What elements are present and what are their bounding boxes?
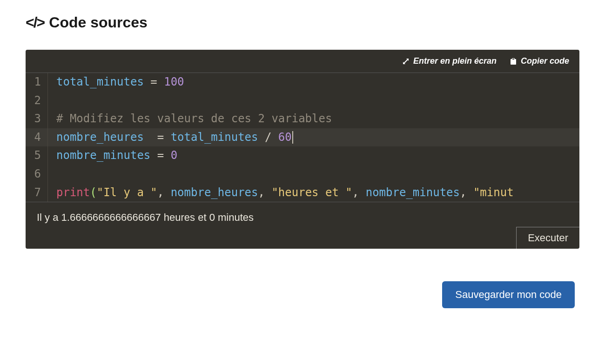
code-content[interactable]: total_minutes = 100 <box>48 73 579 92</box>
line-number: 1 <box>26 73 48 92</box>
fullscreen-button[interactable]: Entrer en plein écran <box>402 56 497 66</box>
save-button[interactable]: Sauvegarder mon code <box>442 281 575 308</box>
page-header: </> Code sources <box>26 14 579 31</box>
text-cursor <box>292 131 293 143</box>
code-editor-frame: Entrer en plein écran Copier code 1total… <box>26 50 579 249</box>
code-icon: </> <box>26 14 44 31</box>
copy-code-label: Copier code <box>521 56 569 66</box>
fullscreen-icon <box>402 58 410 65</box>
code-content[interactable] <box>48 92 579 110</box>
execute-button[interactable]: Executer <box>516 227 579 249</box>
code-content[interactable]: # Modifiez les valeurs de ces 2 variable… <box>48 110 579 128</box>
output-panel: Il y a 1.6666666666666667 heures et 0 mi… <box>26 202 579 249</box>
code-content[interactable]: print("Il y a ", nombre_heures, "heures … <box>48 184 579 202</box>
code-editor[interactable]: 1total_minutes = 10023# Modifiez les val… <box>26 73 579 202</box>
fullscreen-label: Entrer en plein écran <box>413 56 497 66</box>
editor-toolbar: Entrer en plein écran Copier code <box>26 50 579 73</box>
code-line[interactable]: 5nombre_minutes = 0 <box>26 146 579 165</box>
page-title: Code sources <box>49 14 148 31</box>
save-row: Sauvegarder mon code <box>26 281 579 308</box>
clipboard-icon <box>510 58 517 65</box>
code-content[interactable] <box>48 165 579 184</box>
line-number: 3 <box>26 110 48 128</box>
line-number: 2 <box>26 92 48 110</box>
code-line[interactable]: 3# Modifiez les valeurs de ces 2 variabl… <box>26 110 579 128</box>
line-number: 7 <box>26 184 48 202</box>
line-number: 4 <box>26 128 48 147</box>
copy-code-button[interactable]: Copier code <box>510 56 569 66</box>
code-line[interactable]: 2 <box>26 92 579 110</box>
code-line[interactable]: 1total_minutes = 100 <box>26 73 579 92</box>
code-line[interactable]: 4nombre_heures = total_minutes / 60 <box>26 128 579 147</box>
code-content[interactable]: nombre_minutes = 0 <box>48 146 579 165</box>
output-text: Il y a 1.6666666666666667 heures et 0 mi… <box>37 212 568 224</box>
line-number: 5 <box>26 146 48 165</box>
code-line[interactable]: 6 <box>26 165 579 184</box>
code-content[interactable]: nombre_heures = total_minutes / 60 <box>48 128 579 147</box>
code-line[interactable]: 7print("Il y a ", nombre_heures, "heures… <box>26 184 579 202</box>
line-number: 6 <box>26 165 48 184</box>
